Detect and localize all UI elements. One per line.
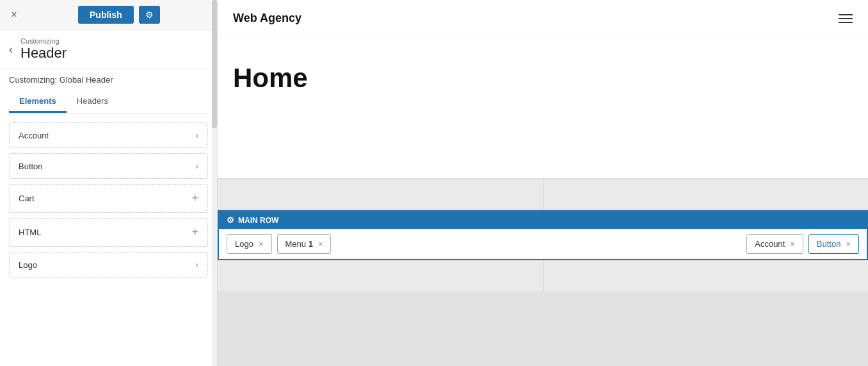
hamburger-line-1 bbox=[839, 14, 853, 15]
bottom-empty-right bbox=[543, 260, 869, 291]
publish-button[interactable]: Publish bbox=[78, 6, 134, 24]
row-item-button-close[interactable]: × bbox=[846, 239, 851, 249]
chevron-icon-button: › bbox=[195, 161, 198, 171]
element-label-cart: Cart bbox=[19, 194, 35, 203]
main-row-container: ⚙ MAIN ROW Logo × Menu 1 × Account × bbox=[218, 210, 868, 260]
row-item-account-label: Account bbox=[755, 239, 785, 249]
scrollbar-thumb[interactable] bbox=[212, 0, 217, 128]
bottom-empty-left bbox=[218, 260, 543, 291]
top-bar: × Publish ⚙ bbox=[0, 0, 217, 29]
chevron-icon-logo: › bbox=[195, 260, 198, 270]
settings-button[interactable]: ⚙ bbox=[139, 6, 160, 24]
tab-elements[interactable]: Elements bbox=[9, 91, 67, 113]
element-label-button: Button bbox=[19, 162, 43, 171]
tabs-container: Elements Headers bbox=[9, 91, 208, 113]
preview-content: Home bbox=[218, 37, 868, 119]
element-item-html[interactable]: HTML + bbox=[9, 218, 208, 247]
preview-area: Web Agency Home bbox=[218, 0, 868, 179]
main-row-label: MAIN ROW bbox=[238, 216, 278, 225]
right-panel: ▼ Web Agency Home ⚙ MAIN ROW bbox=[218, 0, 868, 366]
row-item-menu1[interactable]: Menu 1 × bbox=[277, 234, 332, 254]
builder-area: ⚙ MAIN ROW Logo × Menu 1 × Account × bbox=[218, 179, 868, 366]
top-empty-right bbox=[543, 179, 869, 210]
row-item-logo-close[interactable]: × bbox=[259, 239, 264, 249]
element-item-button[interactable]: Button › bbox=[9, 153, 208, 179]
element-item-logo[interactable]: Logo › bbox=[9, 252, 208, 278]
plus-icon-cart: + bbox=[191, 192, 198, 205]
elements-list: Account › Button › Cart + HTML + Logo › bbox=[0, 113, 217, 366]
plus-icon-html: + bbox=[191, 226, 198, 239]
element-label-html: HTML bbox=[19, 228, 41, 237]
header-label-group: Customizing Header bbox=[20, 37, 67, 62]
scrollbar-track bbox=[212, 0, 217, 366]
header-section: ‹ Customizing Header bbox=[0, 29, 217, 69]
hamburger-line-2 bbox=[839, 18, 853, 19]
hamburger-line-3 bbox=[839, 22, 853, 23]
row-item-logo[interactable]: Logo × bbox=[227, 234, 272, 254]
top-empty-row bbox=[218, 179, 868, 210]
back-button[interactable]: ‹ bbox=[9, 43, 13, 56]
main-row-header[interactable]: ⚙ MAIN ROW bbox=[219, 212, 867, 229]
row-item-menu1-close[interactable]: × bbox=[318, 239, 323, 249]
row-item-menu1-label: Menu 1 bbox=[285, 239, 313, 249]
global-header-label: Customizing: Global Header bbox=[0, 69, 217, 85]
preview-nav: Web Agency bbox=[218, 0, 868, 37]
row-item-account[interactable]: Account × bbox=[746, 234, 803, 254]
element-item-cart[interactable]: Cart + bbox=[9, 184, 208, 213]
customizing-label: Customizing bbox=[20, 37, 67, 45]
main-row-gear-icon: ⚙ bbox=[227, 215, 234, 225]
site-title: Web Agency bbox=[233, 12, 301, 25]
row-item-account-close[interactable]: × bbox=[790, 239, 795, 249]
main-row-content: Logo × Menu 1 × Account × Button × bbox=[219, 229, 867, 259]
hamburger-icon[interactable] bbox=[839, 14, 853, 23]
element-label-account: Account bbox=[19, 131, 49, 140]
row-item-button-label: Button bbox=[817, 239, 841, 249]
left-panel: × Publish ⚙ ‹ Customizing Header Customi… bbox=[0, 0, 218, 366]
header-title: Header bbox=[20, 45, 67, 62]
home-heading: Home bbox=[233, 63, 853, 94]
bottom-empty-row bbox=[218, 260, 868, 291]
row-item-button[interactable]: Button × bbox=[808, 234, 859, 254]
element-label-logo: Logo bbox=[19, 260, 37, 270]
chevron-icon-account: › bbox=[195, 130, 198, 140]
row-item-logo-label: Logo bbox=[235, 239, 253, 249]
close-button[interactable]: × bbox=[6, 7, 22, 22]
element-item-account[interactable]: Account › bbox=[9, 122, 208, 148]
tab-headers[interactable]: Headers bbox=[67, 91, 118, 113]
top-empty-left bbox=[218, 179, 543, 210]
